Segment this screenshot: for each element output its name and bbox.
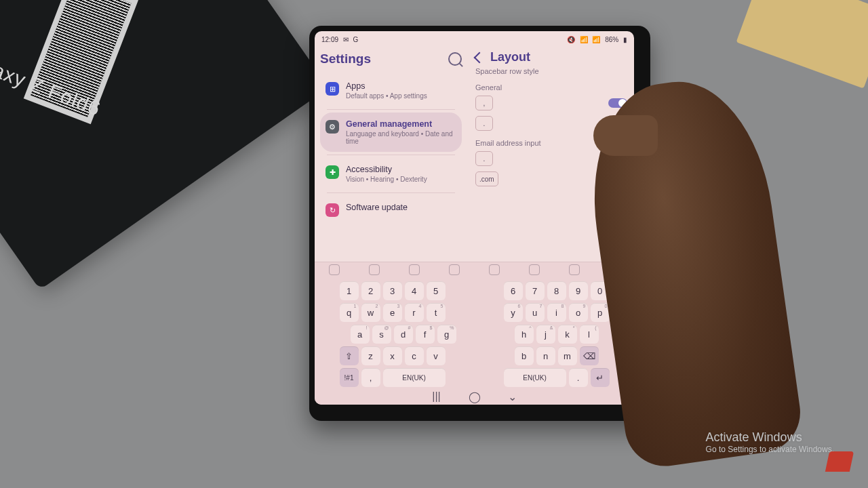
key-9[interactable]: 9 xyxy=(569,281,588,300)
back-icon[interactable] xyxy=(474,52,486,63)
key-m[interactable]: m xyxy=(558,346,577,365)
search-icon[interactable] xyxy=(448,52,462,66)
key-d[interactable]: d# xyxy=(394,325,413,344)
key-e[interactable]: e3 xyxy=(383,303,402,322)
key-4[interactable]: 4 xyxy=(405,281,424,300)
status-time: 12:09 xyxy=(321,36,338,43)
key-j[interactable]: j& xyxy=(536,325,555,344)
key-i[interactable]: i8 xyxy=(547,303,566,322)
key-x[interactable]: x xyxy=(383,346,402,365)
key-a[interactable]: a! xyxy=(351,325,370,344)
nav-bar: ||| ◯ ⌄ xyxy=(315,390,634,405)
watermark-title: Activate Windows xyxy=(706,430,834,445)
key-s[interactable]: s@ xyxy=(372,325,391,344)
settings-item-sub: Vision • Hearing • Dexterity xyxy=(346,176,427,183)
key-b[interactable]: b xyxy=(515,346,534,365)
divider xyxy=(327,109,455,110)
divider xyxy=(327,155,455,155)
key-2[interactable]: 2 xyxy=(361,281,380,300)
status-battery-icon: ▮ xyxy=(623,36,627,43)
key-l[interactable]: l( xyxy=(580,325,599,344)
settings-item-title: Apps xyxy=(346,81,427,91)
settings-item-software-update[interactable]: ↻ Software update xyxy=(320,196,462,224)
key-k[interactable]: k* xyxy=(558,325,577,344)
kbd-tool-translate-icon[interactable] xyxy=(529,264,540,275)
key-7[interactable]: 7 xyxy=(526,281,545,300)
key-v[interactable]: v xyxy=(427,346,446,365)
key-lang-left[interactable]: EN(UK) xyxy=(383,368,446,387)
screen: 12:09 ✉ G 🔇 📶 📶 86% ▮ Settings ⊞ xyxy=(315,31,634,405)
settings-item-sub: Default apps • App settings xyxy=(346,92,427,100)
nav-home-icon[interactable]: ◯ xyxy=(469,392,480,401)
wooden-ruler xyxy=(736,0,868,89)
software-update-icon: ↻ xyxy=(326,203,339,217)
keyboard-right-half: 6 7 8 9 0 y6 u7 i8 o9 p0 h^ xyxy=(504,281,610,387)
key-h[interactable]: h^ xyxy=(515,325,534,344)
key-1[interactable]: 1 xyxy=(340,281,359,300)
settings-item-apps[interactable]: ⊞ Apps Default apps • App settings xyxy=(320,75,462,106)
detail-title: Layout xyxy=(490,50,530,64)
settings-item-title: Software update xyxy=(346,203,408,212)
settings-item-general-management[interactable]: ⚙ General management Language and keyboa… xyxy=(320,113,462,152)
key-r[interactable]: r4 xyxy=(405,303,424,322)
kbd-tool-voice-icon[interactable] xyxy=(489,264,500,275)
key-n[interactable]: n xyxy=(536,346,555,365)
general-mgmt-icon: ⚙ xyxy=(326,120,339,134)
key-6[interactable]: 6 xyxy=(504,281,523,300)
key-z[interactable]: z xyxy=(361,346,380,365)
key-g[interactable]: g% xyxy=(437,325,456,344)
key-f[interactable]: f$ xyxy=(416,325,435,344)
divider xyxy=(327,192,455,193)
section-general-label: General xyxy=(475,83,627,92)
settings-item-accessibility[interactable]: ✚ Accessibility Vision • Hearing • Dexte… xyxy=(320,158,462,190)
key-shift[interactable]: ⇧ xyxy=(340,346,359,365)
settings-item-sub: Language and keyboard • Date and time xyxy=(346,130,456,145)
detail-subtitle: Spacebar row style xyxy=(475,67,627,75)
key-3[interactable]: 3 xyxy=(383,281,402,300)
key-chip: . xyxy=(475,116,493,131)
key-c[interactable]: c xyxy=(405,346,424,365)
key-5[interactable]: 5 xyxy=(427,281,446,300)
key-y[interactable]: y6 xyxy=(504,303,523,322)
nav-recents-icon[interactable]: ||| xyxy=(431,392,442,401)
keyboard-left-half: 1 2 3 4 5 q1 w2 e3 r4 t5 a! xyxy=(340,281,456,387)
key-o[interactable]: o9 xyxy=(569,303,588,322)
recorder-badge-icon xyxy=(825,451,854,472)
key-lang-right[interactable]: EN(UK) xyxy=(504,368,566,387)
general-comma-row[interactable]: , xyxy=(475,96,627,110)
watermark-sub: Go to Settings to activate Windows. xyxy=(706,445,834,454)
settings-title: Settings xyxy=(320,52,371,66)
apps-icon: ⊞ xyxy=(326,82,339,96)
accessibility-icon: ✚ xyxy=(326,165,339,179)
key-q[interactable]: q1 xyxy=(340,303,359,322)
status-bar: 12:09 ✉ G 🔇 📶 📶 86% ▮ xyxy=(315,31,634,46)
kbd-tool-emoji-icon[interactable] xyxy=(369,264,380,275)
status-wifi-icon: 📶 xyxy=(580,36,588,43)
status-signal-icon: 📶 xyxy=(592,36,600,43)
key-p[interactable]: p0 xyxy=(591,303,610,322)
kbd-tool-gear-icon[interactable] xyxy=(569,264,580,275)
status-g-icon: G xyxy=(353,36,359,43)
key-8[interactable]: 8 xyxy=(547,281,566,300)
key-chip: . xyxy=(475,151,493,166)
kbd-tool-sticker-icon[interactable] xyxy=(409,264,420,275)
key-enter[interactable]: ↵ xyxy=(591,368,610,387)
key-period[interactable]: . xyxy=(569,368,588,387)
keyboard: ⋯ 1 2 3 4 5 q1 w2 e3 r4 xyxy=(315,262,634,405)
nav-hide-kbd-icon[interactable]: ⌄ xyxy=(507,392,518,401)
key-w[interactable]: w2 xyxy=(361,303,380,322)
status-mail-icon: ✉ xyxy=(343,36,349,43)
finger xyxy=(593,115,658,156)
product-box: Galaxy Z Fold6 xyxy=(0,0,329,290)
kbd-tool-ai-icon[interactable] xyxy=(329,264,340,275)
key-t[interactable]: t5 xyxy=(427,303,446,322)
key-chip: , xyxy=(475,96,493,110)
status-mute-icon: 🔇 xyxy=(567,36,575,43)
kbd-tool-clipboard-icon[interactable] xyxy=(449,264,460,275)
key-symbols[interactable]: !#1 xyxy=(340,368,359,387)
key-backspace[interactable]: ⌫ xyxy=(580,346,599,365)
key-u[interactable]: u7 xyxy=(526,303,545,322)
key-comma[interactable]: , xyxy=(361,368,380,387)
settings-item-title: Accessibility xyxy=(346,165,427,174)
windows-activation-watermark: Activate Windows Go to Settings to activ… xyxy=(706,430,834,454)
